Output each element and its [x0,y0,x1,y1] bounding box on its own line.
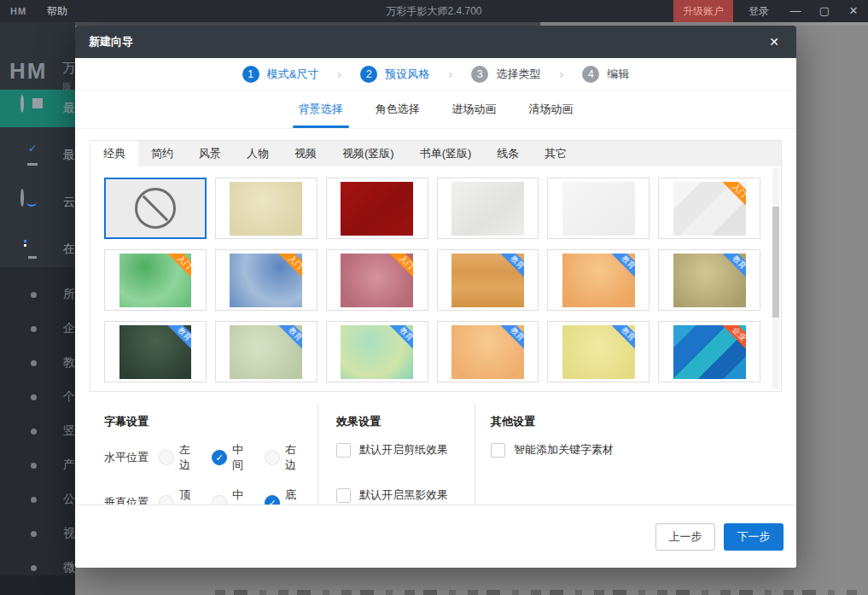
sidebar-item-label: 最 [63,148,75,163]
scrollbar-thumb[interactable] [772,207,779,318]
background-image: 教育 [451,254,524,307]
corner-badge: 教育 [610,325,635,352]
chevron-right-icon: › [337,67,341,81]
category-tab-6[interactable]: 视频(竖版) [329,141,407,166]
background-image: 教育 [562,325,635,379]
wizard-step-4[interactable]: 4编辑 [582,66,629,83]
corner-badge: 教育 [388,325,413,352]
radio-option-label: 右边 [285,442,306,473]
sidebar-item-2[interactable]: 最 [0,137,75,174]
background-thumbnail-14[interactable]: 教育 [215,321,317,382]
checkbox-option[interactable]: 默认开启黑影效果 [336,487,475,503]
background-image: 教育 [341,325,413,379]
sidebar-sub-item-7[interactable]: 公 [0,482,75,516]
pie-chart-icon [20,95,24,113]
chevron-right-icon: › [559,67,563,81]
wizard-steps: 1模式&尺寸›2预设风格›3选择类型›4编辑 [75,58,796,90]
chevron-right-icon: › [448,67,452,81]
close-icon[interactable]: ✕ [839,0,868,22]
sidebar-sub-label: 公 [63,492,75,507]
step-number: 4 [582,66,599,83]
corner-badge: 教育 [499,254,524,280]
sidebar-item-3[interactable]: 云 [0,184,75,221]
background-thumbnail-3[interactable] [326,178,428,239]
background-thumbnail-17[interactable]: 教育 [547,321,650,382]
sidebar-sub-label: 所 [63,287,75,302]
sidebar-item-1[interactable]: 最 [0,90,75,127]
sidebar-sub-item-3[interactable]: 教 [0,346,75,380]
background-thumbnail-4[interactable] [437,178,539,239]
radio-checked-icon: ✓ [212,450,227,465]
checkbox-option[interactable]: 智能添加关键字素材 [491,442,782,458]
brand-logo: HM [9,58,47,85]
dialog-tab-4[interactable]: 清场动画 [529,90,574,128]
step-number: 3 [471,66,488,83]
radio-option[interactable]: 右边 [265,442,306,473]
help-menu[interactable]: 帮助 [47,4,67,19]
background-image: 入门 [673,182,746,236]
minimize-icon[interactable]: — [781,0,810,22]
background-thumbnail-7[interactable]: 入门 [104,249,207,311]
checkbox-unchecked-icon [336,443,351,458]
background-thumbnail-9[interactable]: 入门 [326,249,428,311]
category-tab-4[interactable]: 人物 [234,141,282,166]
login-button[interactable]: 登录 [749,4,769,19]
upgrade-account-button[interactable]: 升级账户 [673,0,733,22]
category-tab-3[interactable]: 风景 [186,141,234,166]
dialog-tab-1[interactable]: 背景选择 [299,90,343,128]
brand-name-clipped: 万 [62,60,75,78]
app-window: HM 帮助 万彩手影大师2.4.700 升级账户 登录 — ▢ ✕ HM 万 版… [0,0,868,595]
background-thumbnail-15[interactable]: 教育 [326,321,428,382]
background-thumbnail-12[interactable]: 教育 [658,249,760,311]
wizard-step-3[interactable]: 3选择类型 [471,66,540,83]
dialog-close-icon[interactable]: ✕ [766,33,783,50]
effect-settings-title: 效果设置 [336,414,475,429]
sidebar-sub-item-8[interactable]: 视 [0,516,75,551]
category-tab-8[interactable]: 线条 [484,141,532,166]
maximize-icon[interactable]: ▢ [810,0,839,22]
checkbox-option[interactable]: 默认开启剪纸效果 [336,442,475,458]
background-thumbnail-16[interactable]: 教育 [437,321,539,382]
background-image [451,182,524,236]
sidebar-sub-item-6[interactable]: 产 [0,448,75,482]
dialog-footer: 上一步 下一步 [75,505,796,568]
sidebar-sub-item-5[interactable]: 竖 [0,414,75,448]
wizard-step-1[interactable]: 1模式&尺寸 [242,66,319,83]
background-thumbnail-2[interactable] [215,178,317,239]
background-thumbnail-8[interactable]: 入门 [215,249,317,311]
background-thumbnail-10[interactable]: 教育 [437,249,539,311]
radio-option[interactable]: ✓中间 [212,442,253,473]
sidebar-item-label: 在 [63,242,75,257]
sidebar-sub-label: 教 [63,355,75,370]
previous-step-button[interactable]: 上一步 [655,523,715,551]
background-image: 教育 [673,254,746,307]
background-thumbnail-6[interactable]: 入门 [658,178,760,239]
background-thumbnail-13[interactable]: 教育 [104,321,207,382]
category-tab-5[interactable]: 视频 [282,141,329,166]
dialog-tab-3[interactable]: 进场动画 [452,90,497,128]
background-thumbnail-18[interactable]: 企业 [658,321,760,382]
sidebar-sub-item-4[interactable]: 个 [0,380,75,414]
background-thumbnail-1[interactable] [104,178,207,239]
category-tab-9[interactable]: 其它 [532,141,580,166]
scrollbar-track[interactable] [772,168,779,389]
sidebar-sub-item-1[interactable]: 所 [0,277,75,312]
radio-option[interactable]: 左边 [159,442,201,473]
sidebar-item-4[interactable]: 在 [0,230,75,268]
wizard-step-2[interactable]: 2预设风格 [360,66,429,83]
sidebar-sub-label: 竖 [63,423,75,439]
sidebar-sub-item-2[interactable]: 企 [0,312,75,346]
category-tab-1[interactable]: 经典 [90,141,138,166]
titlebar-controls: 升级账户 登录 — ▢ ✕ [673,0,868,22]
background-image: 教育 [451,325,524,379]
dialog-tab-2[interactable]: 角色选择 [376,90,420,128]
category-tab-2[interactable]: 简约 [138,141,186,166]
bullet-icon [31,497,37,503]
category-tab-7[interactable]: 书单(竖版) [407,141,485,166]
background-thumbnail-5[interactable] [547,178,650,239]
sidebar-sub-label: 企 [63,321,75,336]
background-thumbnail-11[interactable]: 教育 [547,249,650,311]
new-wizard-dialog: 新建向导 ✕ 1模式&尺寸›2预设风格›3选择类型›4编辑 背景选择角色选择进场… [75,26,796,568]
next-step-button[interactable]: 下一步 [724,523,784,551]
sidebar-bottom-strip [0,575,75,595]
